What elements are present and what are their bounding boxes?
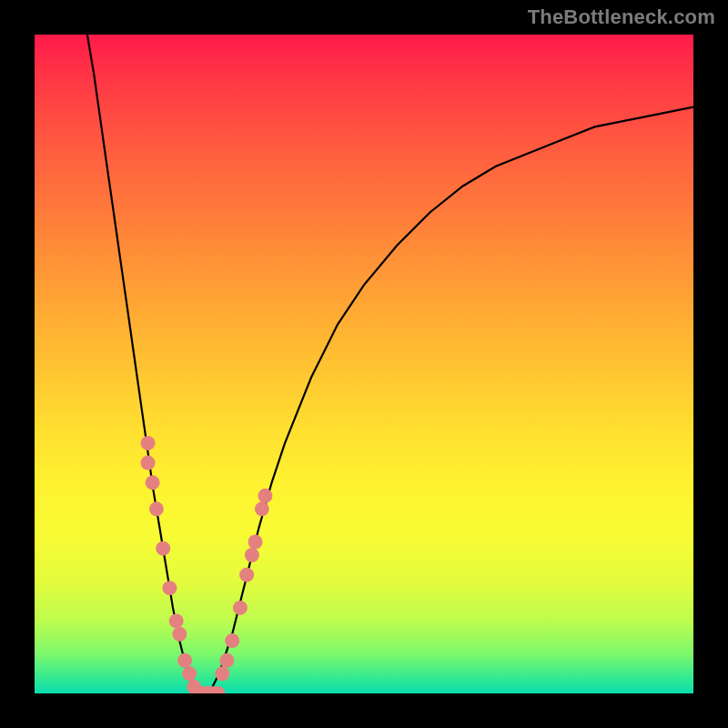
data-point-marker — [169, 613, 184, 628]
data-point-marker — [215, 666, 229, 681]
data-point-marker — [162, 581, 177, 595]
data-point-marker — [146, 475, 160, 490]
chart-container: TheBottleneck.com — [0, 0, 728, 728]
data-point-marker — [239, 568, 254, 582]
curve-svg — [35, 35, 693, 693]
data-point-marker — [141, 436, 156, 450]
data-point-marker — [177, 653, 192, 668]
watermark-text: TheBottleneck.com — [528, 5, 715, 29]
data-point-marker — [172, 627, 187, 642]
data-point-marker — [258, 489, 272, 503]
data-point-marker — [255, 501, 269, 516]
data-point-marker — [225, 633, 239, 648]
data-point-marker — [182, 666, 197, 681]
data-point-marker — [233, 601, 248, 615]
data-point-marker — [141, 456, 156, 470]
bottleneck-curve — [87, 35, 693, 693]
data-point-marker — [149, 501, 164, 516]
marker-group — [141, 436, 273, 693]
data-point-marker — [248, 535, 263, 550]
data-point-marker — [156, 541, 170, 556]
plot-area — [35, 35, 693, 693]
data-point-marker — [219, 653, 234, 668]
data-point-marker — [245, 548, 259, 562]
